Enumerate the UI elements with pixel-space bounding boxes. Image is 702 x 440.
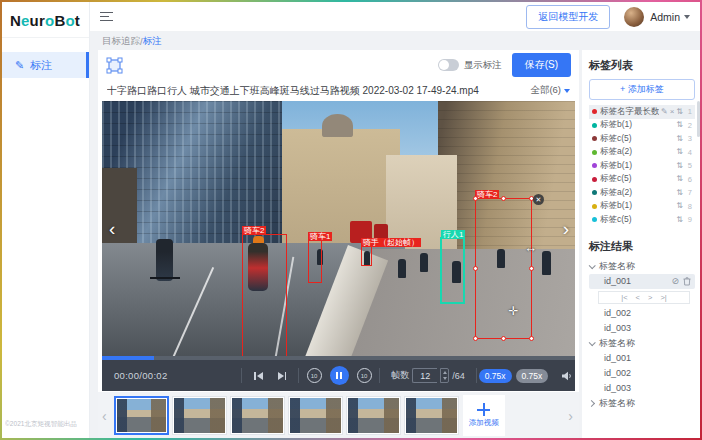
sort-icon[interactable]: ⇅ (676, 162, 683, 170)
bbox-cyclist-2-selected[interactable]: 骑车2 ✕ (475, 198, 532, 339)
bbox-pedestrian-1[interactable]: 行人1 (440, 237, 465, 304)
bbox-label: 骑手（起始帧） (361, 238, 421, 247)
sort-icon[interactable]: ⇅ (676, 135, 683, 143)
logo-segment: o (65, 12, 74, 29)
label-hotkey: 4 (686, 148, 692, 157)
label-row[interactable]: 标签c(5) ⇅ 9 (589, 213, 695, 227)
label-row[interactable]: 标签b(1) ⇅ 8 (589, 200, 695, 214)
delete-label-icon[interactable]: × (670, 108, 675, 116)
save-button[interactable]: 保存(S) (512, 53, 571, 77)
label-row[interactable]: 标签a(2) ⇅ 7 (589, 186, 695, 200)
thumbnail-strip: ‹ 添加视频 › (98, 392, 579, 439)
result-group-collapsed[interactable]: 标签名称 (589, 396, 695, 411)
resize-handle[interactable] (473, 336, 478, 341)
pager-last[interactable]: >| (660, 293, 666, 302)
avatar[interactable] (624, 7, 644, 27)
video-thumbnail[interactable] (288, 396, 343, 435)
next-frame-button[interactable] (278, 372, 287, 380)
label-color-dot (592, 177, 597, 182)
resize-handle[interactable] (473, 266, 478, 271)
edit-label-icon[interactable]: ✎ (661, 108, 668, 116)
result-group[interactable]: 标签名称 (589, 336, 695, 351)
caret-down-icon (564, 89, 570, 93)
label-row[interactable]: 标签c(5) ⇅ 3 (589, 132, 695, 146)
pager-prev[interactable]: < (636, 293, 640, 302)
chevron-down-icon (589, 262, 596, 269)
label-row[interactable]: 标签a(2) ⇅ 4 (589, 146, 695, 160)
bbox-rider-startframe[interactable]: 骑手（起始帧） (361, 246, 372, 266)
breadcrumb-root[interactable]: 目标追踪 (102, 35, 140, 48)
label-name: 标签a(2) (600, 187, 674, 199)
result-item[interactable]: id_001 (589, 351, 695, 366)
label-row[interactable]: 标签b(1) ⇅ 2 (589, 119, 695, 133)
sidebar-item-annotate[interactable]: ✎ 标注 (2, 52, 89, 78)
result-item[interactable]: id_003 (589, 381, 695, 396)
pager-next[interactable]: > (648, 293, 652, 302)
resize-handle[interactable] (529, 336, 534, 341)
bbox-cyclist-2[interactable]: 骑车2 (242, 234, 287, 360)
result-item[interactable]: id_003 (589, 321, 695, 336)
video-thumbnail[interactable] (230, 396, 285, 435)
volume-icon[interactable] (561, 370, 573, 382)
resize-handle[interactable] (501, 196, 506, 201)
sort-icon[interactable]: ⇅ (676, 121, 683, 129)
skip-back-10-icon[interactable]: 10 (307, 368, 322, 383)
back-to-model-dev-button[interactable]: 返回模型开发 (526, 5, 610, 29)
sort-icon[interactable]: ⇅ (676, 108, 683, 116)
result-item[interactable]: id_002 (589, 306, 695, 321)
resize-handle[interactable] (473, 196, 478, 201)
pause-button[interactable] (330, 366, 349, 385)
video-thumbnail[interactable] (172, 396, 227, 435)
next-frame-arrow[interactable]: › (563, 219, 569, 238)
add-label-button[interactable]: + 添加标签 (589, 79, 695, 100)
pager-first[interactable]: |< (621, 293, 627, 302)
filter-dropdown[interactable]: 全部(6) (530, 84, 570, 97)
label-hotkey: 2 (686, 121, 692, 130)
video-thumbnail-selected[interactable] (114, 396, 169, 435)
sort-icon[interactable]: ⇅ (676, 175, 683, 183)
logo-segment: t (75, 12, 80, 29)
label-row[interactable]: 标签名字最长数... ✎ × ⇅ 1 (589, 105, 695, 119)
collapse-menu-icon[interactable] (100, 12, 113, 22)
thumbs-scroll-left-arrow[interactable]: ‹ (98, 408, 111, 424)
trash-icon[interactable] (683, 277, 691, 286)
frame-number-input[interactable]: 12 (412, 368, 437, 383)
result-item[interactable]: id_002 (589, 366, 695, 381)
result-item-selected[interactable]: id_001 ⊘ (589, 274, 695, 289)
video-thumbnail[interactable] (346, 396, 401, 435)
right-panel: 标签列表 + 添加标签 标签名字最长数... ✎ × ⇅ 1 标签b(1) ⇅ … (582, 50, 702, 439)
add-video-button[interactable]: 添加视频 (463, 395, 505, 436)
sort-icon[interactable]: ⇅ (676, 216, 683, 224)
speed-button-active[interactable]: 0.75x (479, 369, 512, 383)
prev-frame-button[interactable] (254, 372, 263, 380)
label-color-dot (592, 217, 597, 222)
result-group[interactable]: 标签名称 (589, 259, 695, 274)
sort-icon[interactable]: ⇅ (676, 148, 683, 156)
rect-select-tool-icon[interactable] (106, 57, 123, 74)
thumbs-scroll-right-arrow[interactable]: › (564, 408, 577, 424)
skip-forward-10-icon[interactable]: 10 (357, 368, 372, 383)
label-color-dot (592, 109, 597, 114)
label-row[interactable]: 标签b(1) ⇅ 5 (589, 159, 695, 173)
add-video-label: 添加视频 (469, 418, 499, 428)
bbox-cyclist-1[interactable]: 骑车1 (308, 240, 322, 283)
sort-icon[interactable]: ⇅ (676, 202, 683, 210)
delete-box-icon[interactable]: ✕ (533, 194, 544, 205)
speed-button[interactable]: 0.75x (516, 369, 549, 383)
resize-handle[interactable] (501, 336, 506, 341)
show-annotation-toggle[interactable] (438, 59, 459, 71)
resize-handle[interactable] (529, 266, 534, 271)
label-list-scrollbar[interactable] (697, 101, 700, 137)
label-name: 标签c(5) (600, 173, 674, 185)
frame-stepper[interactable] (440, 368, 449, 383)
sort-icon[interactable]: ⇅ (676, 189, 683, 197)
label-row[interactable]: 标签c(5) ⇅ 6 (589, 173, 695, 187)
label-name: 标签c(5) (600, 133, 674, 145)
video-thumbnail[interactable] (404, 396, 459, 435)
hide-box-icon[interactable]: ⊘ (671, 274, 679, 289)
prev-frame-arrow[interactable]: ‹ (109, 219, 115, 238)
breadcrumb-current: 标注 (143, 35, 162, 48)
video-canvas[interactable]: 骑车2 骑车1 骑手（起始帧） 行人1 骑车2 ✕ (102, 101, 575, 360)
label-color-dot (592, 123, 597, 128)
user-menu[interactable]: Admin (650, 11, 690, 23)
